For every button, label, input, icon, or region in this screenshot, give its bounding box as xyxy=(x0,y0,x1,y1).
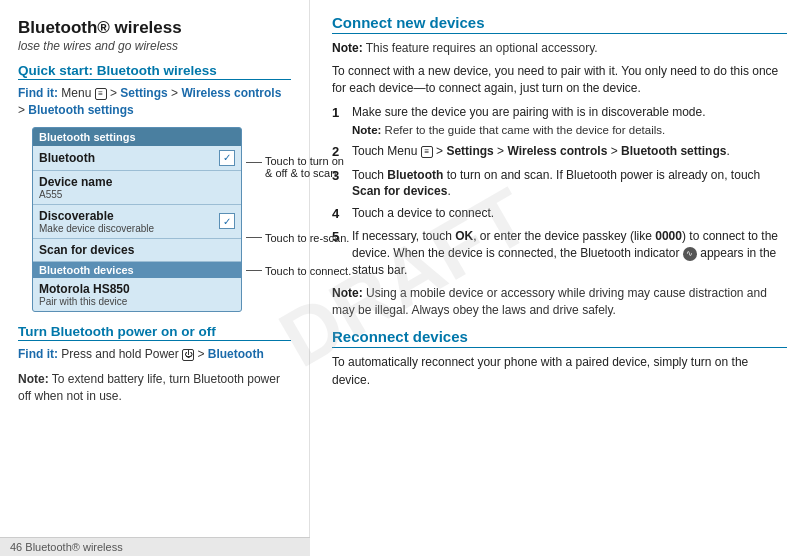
right-column: Connect new devices Note: This feature r… xyxy=(310,0,809,556)
bt-panel-inner: Bluetooth settings Bluetooth ✓ Device na… xyxy=(32,127,242,312)
page-title: Bluetooth® wireless xyxy=(18,18,291,38)
bt-panel-header: Bluetooth settings xyxy=(33,128,241,146)
turn-bt-note-label: Note: xyxy=(18,372,49,386)
step-2: 2 Touch Menu ≡ > Settings > Wireless con… xyxy=(332,143,787,161)
footer-bar: 46 Bluetooth® wireless xyxy=(0,537,310,556)
find-it-text: Find it: Menu ≡ > Settings > Wireless co… xyxy=(18,85,291,119)
bt-checkbox-discoverable[interactable]: ✓ xyxy=(219,213,235,229)
callout-connect: Touch to connect. xyxy=(246,265,351,277)
page-subtitle: lose the wires and go wireless xyxy=(18,39,291,53)
bt-hs850-text: Motorola HS850 Pair with this device xyxy=(39,282,235,307)
bt-row-hs850[interactable]: Motorola HS850 Pair with this device xyxy=(33,278,241,311)
callout-line-2 xyxy=(246,237,262,238)
turn-bt-find-label: Find it: xyxy=(18,347,58,361)
turn-bt-note-text: To extend battery life, turn Bluetooth p… xyxy=(18,372,280,403)
callout-line-1 xyxy=(246,162,262,163)
note2-text: Using a mobile device or accessory while… xyxy=(332,286,767,317)
step-3: 3 Touch Bluetooth to turn on and scan. I… xyxy=(332,167,787,201)
reconnect-body: To automatically reconnect your phone wi… xyxy=(332,354,787,389)
body1-text: To connect with a new device, you need t… xyxy=(332,63,787,98)
bt-row-bluetooth-label: Bluetooth xyxy=(39,151,215,165)
step-1: 1 Make sure the device you are pairing w… xyxy=(332,104,787,139)
bt-row-device-name[interactable]: Device name A555 xyxy=(33,171,241,205)
bt-device-name-text: Device name A555 xyxy=(39,175,235,200)
note1-text: This feature requires an optional access… xyxy=(363,41,598,55)
turn-bt-note: Note: To extend battery life, turn Bluet… xyxy=(18,371,291,405)
step-2-text: Touch Menu ≡ > Settings > Wireless contr… xyxy=(352,144,730,158)
steps-list: 1 Make sure the device you are pairing w… xyxy=(332,104,787,279)
step-3-text: Touch Bluetooth to turn on and scan. If … xyxy=(352,168,760,199)
connect-heading: Connect new devices xyxy=(332,14,787,34)
turn-bt-find: Find it: Press and hold Power ⏻ > Blueto… xyxy=(18,346,291,363)
find-it-label: Find it: xyxy=(18,86,58,100)
note1-label: Note: xyxy=(332,41,363,55)
bt-status-icon: ∿ xyxy=(683,247,697,261)
turn-bt-heading: Turn Bluetooth power on or off xyxy=(18,324,291,341)
step-4-text: Touch a device to connect. xyxy=(352,206,494,220)
bt-row-scan[interactable]: Scan for devices xyxy=(33,239,241,262)
find-it-detail: Menu ≡ > Settings > Wireless controls > … xyxy=(18,86,281,117)
step-5: 5 If necessary, touch OK, or enter the d… xyxy=(332,228,787,278)
note2-block: Note: Using a mobile device or accessory… xyxy=(332,285,787,319)
note2-label: Note: xyxy=(332,286,363,300)
step-5-text: If necessary, touch OK, or enter the dev… xyxy=(352,229,778,277)
menu-icon-2: ≡ xyxy=(421,146,433,158)
bt-checkbox-bluetooth[interactable]: ✓ xyxy=(219,150,235,166)
note1-block: Note: This feature requires an optional … xyxy=(332,40,787,57)
power-icon: ⏻ xyxy=(182,349,194,361)
bt-row-discoverable[interactable]: Discoverable Make device discoverable ✓ xyxy=(33,205,241,239)
turn-bt-section: Turn Bluetooth power on or off Find it: … xyxy=(18,324,291,404)
quick-start-heading: Quick start: Bluetooth wireless xyxy=(18,63,291,80)
reconnect-heading: Reconnect devices xyxy=(332,328,787,348)
bt-row-bluetooth[interactable]: Bluetooth ✓ xyxy=(33,146,241,171)
step-1-note: Note: Refer to the guide that came with … xyxy=(352,122,787,138)
bt-devices-section-header: Bluetooth devices xyxy=(33,262,241,278)
bt-discoverable-text: Discoverable Make device discoverable xyxy=(39,209,215,234)
turn-bt-find-detail: Press and hold Power ⏻ > Bluetooth xyxy=(58,347,264,361)
callout-line-3 xyxy=(246,270,262,271)
step-4: 4 Touch a device to connect. xyxy=(332,205,787,223)
bt-settings-panel: Bluetooth settings Bluetooth ✓ Device na… xyxy=(18,127,291,312)
bt-scan-text: Scan for devices xyxy=(39,243,235,257)
reconnect-section: Reconnect devices To automatically recon… xyxy=(332,328,787,389)
callout-rescan: Touch to re-scan. xyxy=(246,232,349,244)
menu-icon: ≡ xyxy=(95,88,107,100)
step-1-text: Make sure the device you are pairing wit… xyxy=(352,105,706,119)
callout-turn-on: Touch to turn on& off & to scan. xyxy=(246,155,344,179)
